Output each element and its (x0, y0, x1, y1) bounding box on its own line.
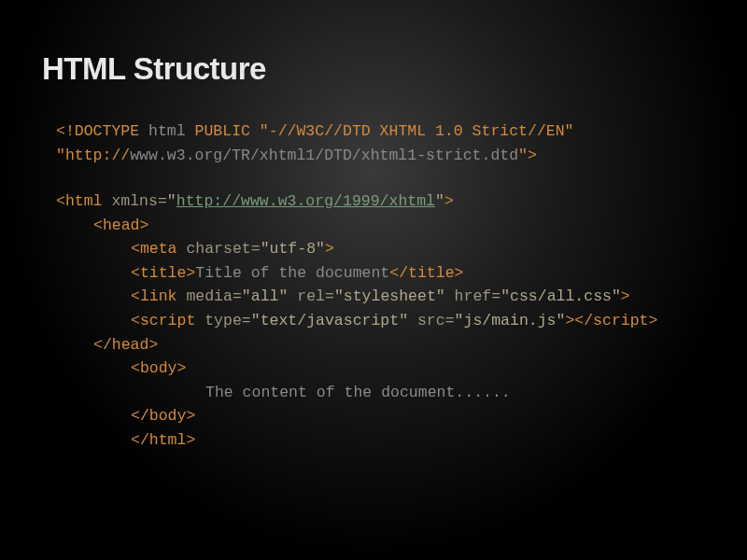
eq: = (325, 287, 334, 305)
doctype-line-1: <!DOCTYPE html PUBLIC "-//W3C//DTD XHTML… (56, 119, 705, 144)
doctype-open: <!DOCTYPE (56, 122, 139, 140)
head-close-line: </head> (56, 333, 705, 357)
meta-close: > (325, 240, 334, 258)
link-a2: rel (288, 287, 325, 305)
doctype-fpi: "-//W3C//DTD XHTML 1.0 Strict//EN" (260, 122, 574, 140)
script-a1: type (195, 312, 242, 329)
meta-val: "utf-8" (261, 240, 325, 258)
body-text: The content of the document...... (205, 384, 511, 401)
quote: " (435, 192, 444, 210)
html-attr-xmlns: xmlns (103, 192, 158, 210)
meta-open: <meta (131, 240, 177, 258)
link-close: > (621, 287, 630, 305)
meta-attr: charset (177, 240, 251, 258)
xmlns-link[interactable]: http://www.w3.org/1999/xhtml (176, 192, 435, 210)
body-open: <body> (131, 359, 186, 377)
html-close: </html> (131, 431, 195, 449)
title-close: </title> (389, 264, 463, 282)
script-v2: "js/main.js" (455, 312, 566, 329)
script-line: <script type="text/javascript" src="js/m… (56, 309, 705, 333)
eq: = (445, 312, 455, 329)
script-close1: > (565, 312, 574, 329)
doctype-close: > (528, 147, 537, 164)
title-text: Title of the document (195, 264, 389, 282)
script-open: <script (131, 312, 195, 329)
eq: = (491, 287, 500, 305)
script-close2: </script> (574, 312, 657, 329)
link-v1: "all" (242, 287, 289, 305)
link-line: <link media="all" rel="stylesheet" href=… (56, 285, 705, 309)
title-open: <title> (131, 264, 195, 282)
script-v1: "text/javascript" (251, 312, 408, 329)
script-a2: src (408, 312, 445, 329)
doctype-public: PUBLIC (195, 122, 260, 140)
body-open-line: <body> (56, 357, 705, 381)
html-open-line: <html xmlns="http://www.w3.org/1999/xhtm… (56, 189, 705, 214)
doctype-uri-text: www.w3.org/TR/xhtml1/DTD/xhtml1-strict.d… (130, 147, 518, 164)
eq: = (242, 312, 251, 329)
html-close-line: </html> (56, 428, 705, 453)
body-close: </body> (131, 407, 195, 425)
eq: = (251, 240, 261, 258)
body-text-line: The content of the document...... (56, 381, 705, 405)
slide: HTML Structure <!DOCTYPE html PUBLIC "-/… (0, 0, 747, 560)
blank-line (56, 167, 705, 189)
link-open: <link (131, 287, 177, 305)
doctype-html: html (139, 122, 194, 140)
html-tag-open: <html (56, 192, 103, 210)
head-open-line: <head> (56, 214, 705, 238)
head-open: <head> (93, 217, 148, 234)
code-block: <!DOCTYPE html PUBLIC "-//W3C//DTD XHTML… (42, 119, 705, 452)
link-a1: media (177, 287, 233, 305)
doctype-uri-q2: " (518, 147, 528, 164)
link-v3: "css/all.css" (500, 287, 621, 305)
quote: " (167, 192, 176, 210)
doctype-line-2: "http://www.w3.org/TR/xhtml1/DTD/xhtml1-… (56, 144, 705, 168)
body-close-line: </body> (56, 404, 705, 428)
eq: = (158, 192, 167, 210)
eq: = (233, 287, 242, 305)
doctype-uri-q1: "http:// (56, 147, 130, 164)
html-tag-close: > (444, 192, 454, 210)
head-close: </head> (93, 336, 158, 354)
title-line: <title>Title of the document</title> (56, 261, 705, 286)
link-a3: href (445, 287, 492, 305)
slide-title: HTML Structure (42, 51, 705, 87)
link-v2: "stylesheet" (334, 287, 445, 305)
meta-line: <meta charset="utf-8"> (56, 237, 705, 261)
